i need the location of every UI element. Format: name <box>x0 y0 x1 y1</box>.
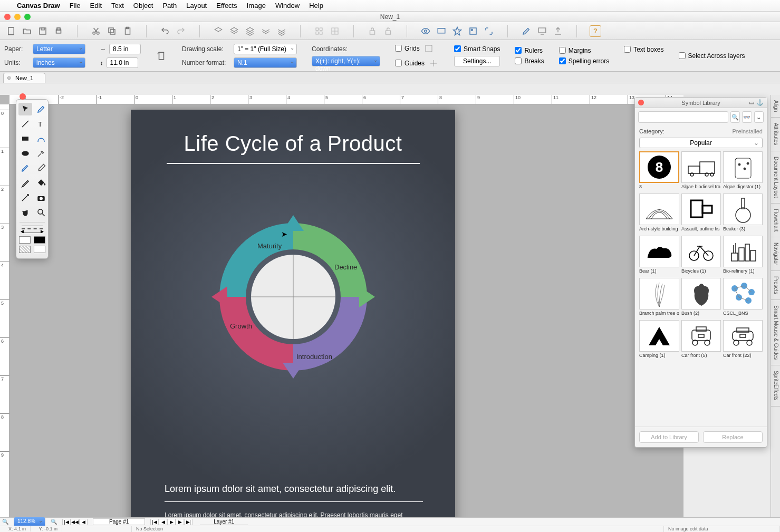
stroke-swatch[interactable] <box>19 236 31 244</box>
menu-file[interactable]: File <box>70 2 81 9</box>
symbol-library-panel[interactable]: Symbol Library ▭ ⚓ 🔍 👓 ⌄ Category: Prein… <box>634 97 767 448</box>
menu-help[interactable]: Help <box>309 2 323 9</box>
spelling-check[interactable]: Spelling errors <box>559 57 609 65</box>
vtab-navigator[interactable]: Navigator <box>771 237 780 271</box>
first-page-icon[interactable]: |◀ <box>62 519 71 525</box>
rulers-check[interactable]: Rulers <box>515 47 544 54</box>
select-tool-icon[interactable] <box>18 103 32 115</box>
bucket-tool-icon[interactable] <box>34 177 48 189</box>
vtab-presets[interactable]: Presets <box>771 271 780 300</box>
zoom-tool-icon[interactable] <box>34 206 48 219</box>
prev-fast-icon[interactable]: ◀◀ <box>71 519 79 525</box>
guides-opt-icon[interactable] <box>428 57 439 69</box>
open-icon[interactable] <box>21 25 33 37</box>
horizontal-ruler[interactable]: -3-2-101234567891011121314 <box>9 95 683 104</box>
margins-check[interactable]: Margins <box>559 47 609 54</box>
units-select[interactable]: inches <box>33 57 85 68</box>
height-input[interactable] <box>107 57 138 68</box>
screen-icon[interactable] <box>436 25 447 37</box>
symlib-titlebar[interactable]: Symbol Library ▭ ⚓ <box>635 98 767 108</box>
layer-front-icon[interactable] <box>213 25 224 37</box>
symbol-item[interactable]: 88 <box>639 151 679 191</box>
goto-first-icon[interactable]: |◀ <box>150 519 159 525</box>
symbol-item[interactable]: Beaker (3) <box>723 194 763 234</box>
category-select[interactable]: Popular <box>639 138 763 148</box>
menu-edit[interactable]: Edit <box>90 2 102 9</box>
preview-icon[interactable] <box>420 25 431 37</box>
vtab-smartmouse[interactable]: Smart Mouse & Guides <box>771 300 780 365</box>
close-palette-icon[interactable] <box>20 93 26 100</box>
symbol-item[interactable]: Bicycles (1) <box>681 236 721 276</box>
fit-icon[interactable] <box>483 25 495 37</box>
camera-tool-icon[interactable] <box>34 191 48 204</box>
symbol-item[interactable]: CSCL_BNS <box>723 278 763 318</box>
align-grid-icon[interactable] <box>313 25 325 37</box>
vtab-sprite[interactable]: SpriteEffects <box>771 365 780 407</box>
grid2-icon[interactable] <box>329 25 341 37</box>
cut-icon[interactable] <box>90 25 102 37</box>
bg-swatch[interactable] <box>34 246 45 253</box>
vertical-ruler[interactable]: 0123456789 <box>0 104 9 517</box>
goto-last-icon[interactable]: ▶| <box>184 519 192 525</box>
guides-check[interactable]: Guides <box>395 60 425 67</box>
layer-name[interactable]: Layer #1 <box>200 519 248 525</box>
symlib-search-icon[interactable]: 🔍 <box>730 111 740 123</box>
pattern-swatch[interactable] <box>19 246 31 253</box>
grids-check[interactable]: Grids <box>395 45 420 52</box>
symbol-item[interactable]: Arch-style building <box>639 194 679 234</box>
prev-page-icon[interactable]: ◀ <box>79 519 88 525</box>
vtab-flowchart[interactable]: Flowchart <box>771 204 780 237</box>
menu-text[interactable]: Text <box>111 2 124 9</box>
paper-select[interactable]: Letter <box>33 44 85 54</box>
print-icon[interactable] <box>53 25 64 37</box>
line-tool-icon[interactable] <box>18 118 32 130</box>
symbol-item[interactable]: Assault, outline fis <box>681 194 721 234</box>
close-window[interactable] <box>4 14 11 20</box>
wand-tool-icon[interactable] <box>18 191 32 204</box>
symbol-item[interactable]: Bear (1) <box>639 236 679 276</box>
symlib-binoculars-icon[interactable]: 👓 <box>742 111 752 123</box>
arrow-style-icon[interactable] <box>22 233 43 233</box>
menu-effects[interactable]: Effects <box>216 2 237 9</box>
width-input[interactable] <box>109 44 141 54</box>
undo-icon[interactable] <box>159 25 171 37</box>
next-icon[interactable]: ▶ <box>176 519 184 525</box>
marker-tool-icon[interactable] <box>18 177 32 189</box>
add-to-library-button[interactable]: Add to Library <box>639 431 699 443</box>
grids-opt-icon[interactable] <box>423 43 435 54</box>
textboxes-check[interactable]: Text boxes <box>624 46 663 53</box>
app-name[interactable]: Canvas Draw <box>17 2 60 9</box>
zoom-out-icon[interactable]: 🔍 <box>2 519 8 525</box>
zoom-in-icon[interactable]: 🔍 <box>51 519 57 525</box>
image-icon[interactable] <box>467 25 479 37</box>
symbol-item[interactable]: Algae digestor (1) <box>723 151 763 191</box>
symlib-anchor-icon[interactable]: ⚓ <box>756 99 764 106</box>
menu-layout[interactable]: Layout <box>186 2 207 9</box>
symbol-item[interactable]: Car front (22) <box>723 320 763 360</box>
redo-icon[interactable] <box>175 25 187 37</box>
copy-icon[interactable] <box>106 25 118 37</box>
fill-swatch[interactable] <box>34 236 45 244</box>
symlib-dropdown-icon[interactable]: ⌄ <box>754 111 764 123</box>
maximize-window[interactable] <box>24 14 31 20</box>
symbol-item[interactable]: Car front (5) <box>681 320 721 360</box>
smartsnaps-check[interactable]: Smart Snaps <box>454 45 500 53</box>
dropper2-tool-icon[interactable] <box>34 162 48 175</box>
page-name[interactable]: Page #1 <box>93 518 145 525</box>
edit-icon[interactable] <box>521 25 532 37</box>
symbol-item[interactable]: Bush (2) <box>681 278 721 318</box>
menu-path[interactable]: Path <box>162 2 177 9</box>
prev-icon[interactable]: ◀ <box>159 519 167 525</box>
symlib-search-input[interactable] <box>638 111 728 123</box>
symbol-item[interactable]: Branch palm tree o <box>639 278 679 318</box>
star-icon[interactable] <box>451 25 463 37</box>
new-doc-icon[interactable] <box>5 25 17 37</box>
vtab-attributes[interactable]: Attributes <box>771 118 780 151</box>
vtab-doclayout[interactable]: Document Layout <box>771 151 780 204</box>
ellipse-tool-icon[interactable] <box>18 147 32 160</box>
doc-tab[interactable]: ⊗New_1 <box>3 73 45 83</box>
symbol-item[interactable]: Bio-refinery (1) <box>723 236 763 276</box>
save-icon[interactable] <box>37 25 49 37</box>
layer-backward-icon[interactable] <box>260 25 272 37</box>
unlock-icon[interactable] <box>382 25 394 37</box>
